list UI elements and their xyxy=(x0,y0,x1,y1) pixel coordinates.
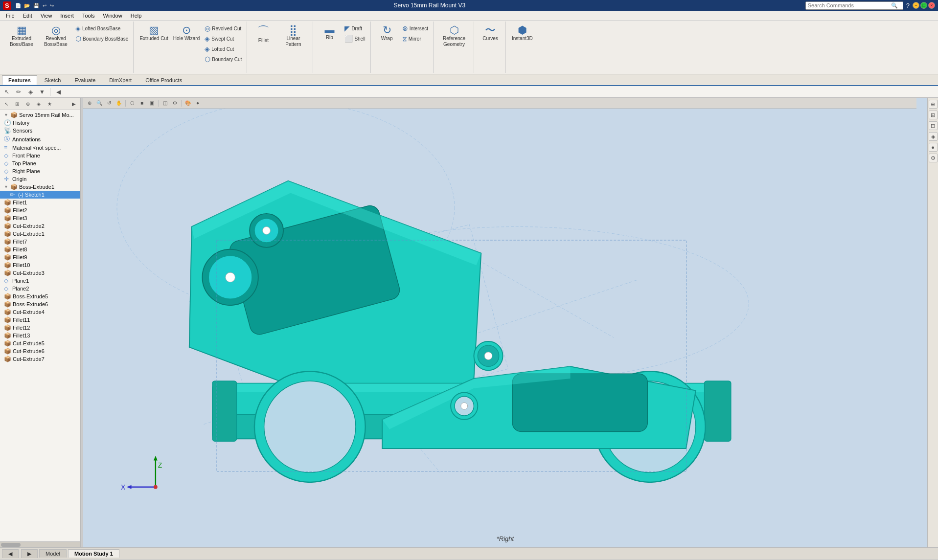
toolbar-feature-btn[interactable]: ◈ xyxy=(25,87,35,97)
revolved-boss-btn[interactable]: ◎ Revolved Boss/Base xyxy=(39,23,72,49)
tree-item-fillet3[interactable]: 📦 Fillet3 xyxy=(0,214,80,222)
bottom-prev-btn[interactable]: ◀ xyxy=(2,549,19,558)
tree-root[interactable]: ▼ 📦 Servo 15mm Rail Mo... xyxy=(0,111,80,119)
fillet-btn[interactable]: ⌒ Fillet xyxy=(251,23,275,45)
right-btn-4[interactable]: ◈ xyxy=(929,132,938,141)
sidebar-tool1[interactable]: ↖ xyxy=(1,99,11,109)
tree-item-fillet12[interactable]: 📦 Fillet12 xyxy=(0,324,80,332)
tree-item-material[interactable]: ≡ Material <not spec... xyxy=(0,144,80,152)
undo-btn[interactable]: ↩ xyxy=(43,3,46,8)
menu-edit[interactable]: Edit xyxy=(19,12,36,19)
tree-item-plane2[interactable]: ◇ Plane2 xyxy=(0,285,80,292)
tree-item-fillet13[interactable]: 📦 Fillet13 xyxy=(0,332,80,339)
bottom-tab-model[interactable]: Model xyxy=(39,549,67,558)
tree-item-cut-extrude4[interactable]: 📦 Cut-Extrude4 xyxy=(0,308,80,316)
right-btn-6[interactable]: ⚙ xyxy=(929,154,938,162)
tree-item-boss-extrude1[interactable]: ▼ 📦 Boss-Extrude1 xyxy=(0,183,80,191)
menu-window[interactable]: Window xyxy=(99,12,126,19)
vp-rotate[interactable]: ↺ xyxy=(105,99,114,108)
tree-item-cut-extrude3[interactable]: 📦 Cut-Extrude3 xyxy=(0,269,80,277)
tree-item-fillet2[interactable]: 📦 Fillet2 xyxy=(0,206,80,214)
tree-item-cut-extrude5[interactable]: 📦 Cut-Extrude5 xyxy=(0,339,80,347)
vp-bg-color[interactable]: 🎨 xyxy=(183,99,192,108)
menu-insert[interactable]: Insert xyxy=(56,12,78,19)
tree-item-cut-extrude1[interactable]: 📦 Cut-Extrude1 xyxy=(0,230,80,238)
draft-btn[interactable]: ◤ Draft xyxy=(343,23,367,33)
tree-item-history[interactable]: 🕐 History xyxy=(0,119,80,127)
lofted-cut-btn[interactable]: ◈ Lofted Cut xyxy=(203,44,244,54)
sidebar-tool5[interactable]: ★ xyxy=(45,99,54,109)
tree-item-sketch1[interactable]: ✏ (-) Sketch1 xyxy=(0,191,80,199)
tree-item-boss-extrude5[interactable]: 📦 Boss-Extrude5 xyxy=(0,292,80,300)
tree-item-right-plane[interactable]: ◇ Right Plane xyxy=(0,167,80,175)
vp-zoom-fit[interactable]: ⊕ xyxy=(85,99,94,108)
tree-item-boss-extrude6[interactable]: 📦 Boss-Extrude6 xyxy=(0,300,80,308)
new-btn[interactable]: 📄 xyxy=(15,3,21,8)
bottom-next-btn[interactable]: ▶ xyxy=(21,549,38,558)
curves-btn[interactable]: 〜 Curves xyxy=(478,23,503,43)
open-btn[interactable]: 📂 xyxy=(24,3,30,8)
maximize-btn[interactable]: □ xyxy=(920,2,927,9)
tree-item-origin[interactable]: ✛ Origin xyxy=(0,175,80,183)
rib-btn[interactable]: ▬ Rib xyxy=(317,23,342,42)
sidebar-expand-btn[interactable]: ▶ xyxy=(69,99,79,109)
revolved-cut-btn[interactable]: ◎ Revolved Cut xyxy=(203,23,244,33)
vp-hide-lines[interactable]: ▣ xyxy=(147,99,156,108)
tree-item-cut-extrude2[interactable]: 📦 Cut-Extrude2 xyxy=(0,222,80,230)
toolbar-filter-btn[interactable]: ▼ xyxy=(37,87,47,97)
tab-dimxpert[interactable]: DimXpert xyxy=(103,75,138,85)
minimize-btn[interactable]: − xyxy=(913,2,919,9)
sidebar-tool3[interactable]: ⊕ xyxy=(23,99,33,109)
lofted-boss-btn[interactable]: ◈ Lofted Boss/Base xyxy=(73,23,130,33)
boundary-cut-btn[interactable]: ⬡ Boundary Cut xyxy=(203,54,244,64)
tab-evaluate[interactable]: Evaluate xyxy=(69,75,102,85)
tree-item-plane1[interactable]: ◇ Plane1 xyxy=(0,277,80,285)
sidebar-tool2[interactable]: ⊞ xyxy=(12,99,22,109)
tree-item-fillet11[interactable]: 📦 Fillet11 xyxy=(0,316,80,324)
save-btn[interactable]: 💾 xyxy=(33,3,39,8)
search-input[interactable] xyxy=(808,2,891,8)
tree-item-top-plane[interactable]: ◇ Top Plane xyxy=(0,159,80,167)
linear-pattern-btn[interactable]: ⣿ Linear Pattern xyxy=(276,23,310,49)
toolbar-collapse-btn[interactable]: ◀ xyxy=(53,87,63,97)
tree-item-front-plane[interactable]: ◇ Front Plane xyxy=(0,152,80,159)
toolbar-sketch-btn[interactable]: ✏ xyxy=(14,87,23,97)
vp-view-orientation[interactable]: ⬡ xyxy=(128,99,137,108)
vp-display-mode[interactable]: ■ xyxy=(137,99,146,108)
tree-item-cut-extrude6[interactable]: 📦 Cut-Extrude6 xyxy=(0,347,80,355)
instant3d-btn[interactable]: ⬢ Instant3D xyxy=(510,23,535,43)
right-btn-1[interactable]: ⊕ xyxy=(929,100,938,109)
boundary-boss-btn[interactable]: ⬡ Boundary Boss/Base xyxy=(73,34,130,44)
tab-sketch[interactable]: Sketch xyxy=(38,75,68,85)
redo-btn[interactable]: ↪ xyxy=(50,3,54,8)
vp-pan[interactable]: ✋ xyxy=(114,99,123,108)
viewport[interactable]: ⊕ 🔍 ↺ ✋ ⬡ ■ ▣ ◫ ⚙ 🎨 ● xyxy=(83,98,927,547)
intersect-btn[interactable]: ⊗ Intersect xyxy=(400,23,430,33)
tree-item-fillet10[interactable]: 📦 Fillet10 xyxy=(0,261,80,269)
mirror-btn[interactable]: ⧖ Mirror xyxy=(400,34,430,44)
extruded-boss-btn[interactable]: ▦ Extruded Boss/Base xyxy=(5,23,38,49)
menu-help[interactable]: Help xyxy=(127,12,146,19)
toolbar-select-btn[interactable]: ↖ xyxy=(2,87,12,97)
tree-hscrollbar-thumb[interactable] xyxy=(1,543,21,547)
right-btn-3[interactable]: ⊟ xyxy=(929,121,938,130)
vp-section-view[interactable]: ◫ xyxy=(160,99,169,108)
menu-file[interactable]: File xyxy=(2,12,19,19)
right-btn-2[interactable]: ⊞ xyxy=(929,111,938,119)
vp-view-settings[interactable]: ⚙ xyxy=(170,99,179,108)
vp-zoom-selection[interactable]: 🔍 xyxy=(95,99,104,108)
reference-geometry-btn[interactable]: ⬡ Reference Geometry xyxy=(437,23,471,49)
menu-view[interactable]: View xyxy=(37,12,56,19)
tree-item-fillet8[interactable]: 📦 Fillet8 xyxy=(0,246,80,253)
tree-item-cut-extrude7[interactable]: 📦 Cut-Extrude7 xyxy=(0,355,80,363)
help-btn[interactable]: ? xyxy=(906,2,910,9)
vp-shadows[interactable]: ● xyxy=(193,99,202,108)
close-btn[interactable]: × xyxy=(928,2,935,9)
extruded-cut-btn[interactable]: ▧ Extruded Cut xyxy=(137,23,170,43)
tree-item-fillet9[interactable]: 📦 Fillet9 xyxy=(0,253,80,261)
search-bar[interactable]: 🔍 xyxy=(805,1,903,10)
tree-item-annotations[interactable]: Ⓐ Annotations xyxy=(0,134,80,144)
wrap-btn[interactable]: ↻ Wrap xyxy=(375,23,399,43)
right-btn-5[interactable]: ● xyxy=(929,143,938,152)
tab-office-products[interactable]: Office Products xyxy=(139,75,188,85)
